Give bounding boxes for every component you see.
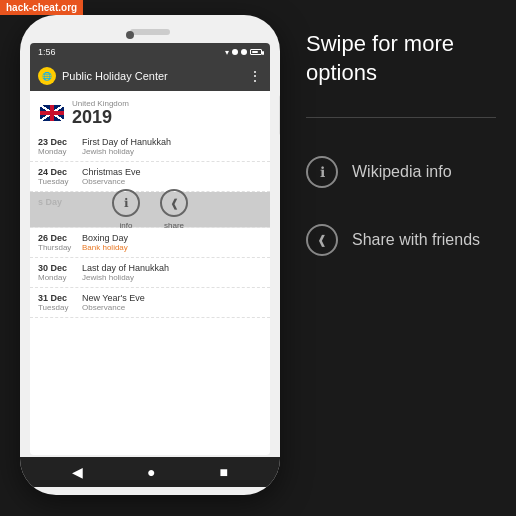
- holiday-type: Observance: [82, 303, 262, 312]
- date-weekday: Thursday: [38, 243, 74, 252]
- uk-flag: [40, 105, 64, 121]
- signal-icon: [232, 49, 238, 55]
- content-area: United Kingdom 2019 23 Dec Monday First …: [30, 91, 270, 318]
- divider: [306, 117, 496, 118]
- holiday-item[interactable]: 23 Dec Monday First Day of Hanukkah Jewi…: [30, 132, 270, 162]
- date-day: 31 Dec: [38, 293, 74, 303]
- holiday-name: Boxing Day: [82, 233, 262, 243]
- app-title: Public Holiday Center: [62, 70, 242, 82]
- date-col: 30 Dec Monday: [38, 263, 74, 282]
- holiday-info: Boxing Day Bank holiday: [82, 233, 262, 252]
- date-weekday: Monday: [38, 273, 74, 282]
- swipe-overlay: ℹ info ❰ share: [30, 192, 270, 227]
- holiday-name: First Day of Hanukkah: [82, 137, 262, 147]
- back-button[interactable]: ◀: [72, 464, 83, 480]
- share-action-icon: ❰: [160, 189, 188, 217]
- phone-body: 1:56 ▾ 🌐 Public Holiday Center ⋮: [20, 15, 280, 495]
- share-option[interactable]: ❰ Share with friends: [306, 216, 496, 264]
- share-icon: ❰: [306, 224, 338, 256]
- info-action-icon: ℹ: [112, 189, 140, 217]
- phone-side-button: [279, 95, 280, 135]
- date-day: 26 Dec: [38, 233, 74, 243]
- holiday-info: Christmas Eve Observance: [82, 167, 262, 186]
- year-text: 2019: [72, 108, 129, 126]
- phone-camera: [126, 31, 134, 39]
- app-icon: 🌐: [38, 67, 56, 85]
- holiday-item[interactable]: 24 Dec Tuesday Christmas Eve Observance: [30, 162, 270, 192]
- holiday-name: Last day of Hanukkah: [82, 263, 262, 273]
- country-header: United Kingdom 2019: [30, 91, 270, 132]
- christmas-day-item[interactable]: s Day ℹ info ❰ share: [30, 192, 270, 228]
- date-weekday: Monday: [38, 147, 74, 156]
- status-icons: ▾: [225, 48, 262, 57]
- date-weekday: Tuesday: [38, 303, 74, 312]
- holiday-info: New Year's Eve Observance: [82, 293, 262, 312]
- holiday-type: Jewish holiday: [82, 273, 262, 282]
- holiday-type: Jewish holiday: [82, 147, 262, 156]
- holiday-list: 23 Dec Monday First Day of Hanukkah Jewi…: [30, 132, 270, 318]
- recents-button[interactable]: ■: [220, 464, 228, 480]
- info-action[interactable]: ℹ info: [112, 189, 140, 230]
- holiday-info: Last day of Hanukkah Jewish holiday: [82, 263, 262, 282]
- date-col: 23 Dec Monday: [38, 137, 74, 156]
- date-col: 31 Dec Tuesday: [38, 293, 74, 312]
- date-day: 30 Dec: [38, 263, 74, 273]
- holiday-type: Bank holiday: [82, 243, 262, 252]
- date-day: 24 Dec: [38, 167, 74, 177]
- holiday-name: New Year's Eve: [82, 293, 262, 303]
- date-col: 24 Dec Tuesday: [38, 167, 74, 186]
- wikipedia-label: Wikipedia info: [352, 163, 452, 181]
- phone-screen: 1:56 ▾ 🌐 Public Holiday Center ⋮: [30, 43, 270, 455]
- date-weekday: Tuesday: [38, 177, 74, 186]
- status-bar: 1:56 ▾: [30, 43, 270, 61]
- more-options-icon[interactable]: ⋮: [248, 68, 262, 84]
- holiday-item[interactable]: 31 Dec Tuesday New Year's Eve Observance: [30, 288, 270, 318]
- swipe-title: Swipe for more options: [306, 30, 496, 87]
- watermark: hack-cheat.org: [0, 0, 83, 15]
- home-button[interactable]: ●: [147, 464, 155, 480]
- phone-nav-bar: ◀ ● ■: [20, 457, 280, 487]
- date-day: 23 Dec: [38, 137, 74, 147]
- wikipedia-option[interactable]: ℹ Wikipedia info: [306, 148, 496, 196]
- holiday-item[interactable]: 30 Dec Monday Last day of Hanukkah Jewis…: [30, 258, 270, 288]
- date-col: 26 Dec Thursday: [38, 233, 74, 252]
- info-icon: ℹ: [306, 156, 338, 188]
- phone-container: 1:56 ▾ 🌐 Public Holiday Center ⋮: [10, 10, 290, 500]
- right-panel: Swipe for more options ℹ Wikipedia info …: [296, 0, 516, 516]
- wifi-icon: [241, 49, 247, 55]
- holiday-info: First Day of Hanukkah Jewish holiday: [82, 137, 262, 156]
- holiday-item[interactable]: 26 Dec Thursday Boxing Day Bank holiday: [30, 228, 270, 258]
- country-info: United Kingdom 2019: [72, 99, 129, 126]
- holiday-type: Observance: [82, 177, 262, 186]
- share-label: Share with friends: [352, 231, 480, 249]
- phone-speaker: [130, 29, 170, 35]
- battery-icon: [250, 49, 262, 55]
- share-action[interactable]: ❰ share: [160, 189, 188, 230]
- app-bar: 🌐 Public Holiday Center ⋮: [30, 61, 270, 91]
- status-time: 1:56: [38, 47, 56, 57]
- holiday-name: Christmas Eve: [82, 167, 262, 177]
